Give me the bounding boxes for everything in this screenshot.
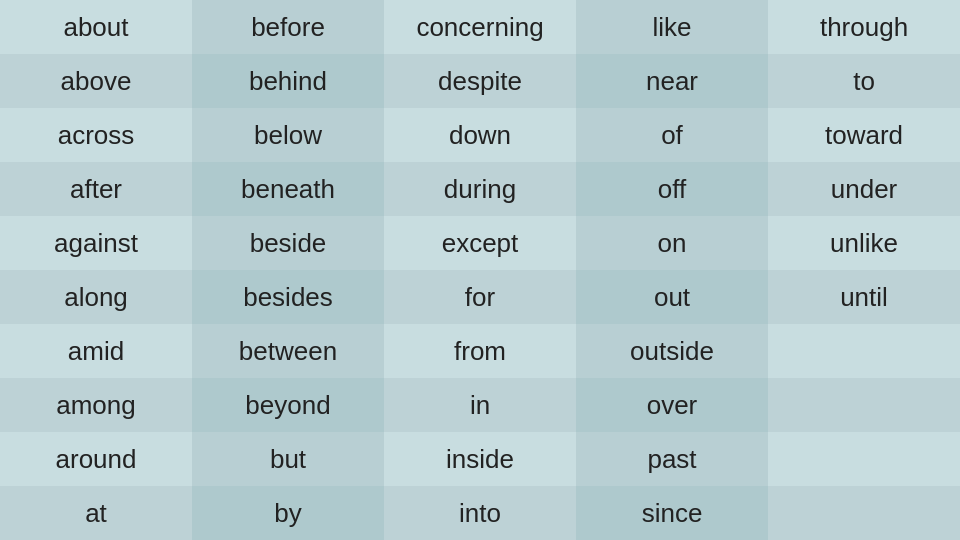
table-cell: out xyxy=(576,270,768,324)
prepositions-table: aboutbeforeconcerninglikethroughabovebeh… xyxy=(0,0,960,540)
table-cell: at xyxy=(0,486,192,540)
table-cell: during xyxy=(384,162,576,216)
table-cell: of xyxy=(576,108,768,162)
table-cell: from xyxy=(384,324,576,378)
table-cell: below xyxy=(192,108,384,162)
table-cell: about xyxy=(0,0,192,54)
table-cell: inside xyxy=(384,432,576,486)
table-cell: besides xyxy=(192,270,384,324)
table-cell: between xyxy=(192,324,384,378)
table-cell: along xyxy=(0,270,192,324)
table-cell: after xyxy=(0,162,192,216)
table-cell: like xyxy=(576,0,768,54)
table-cell: to xyxy=(768,54,960,108)
table-cell xyxy=(768,432,960,486)
table-cell: by xyxy=(192,486,384,540)
table-cell: toward xyxy=(768,108,960,162)
table-cell: despite xyxy=(384,54,576,108)
table-cell: before xyxy=(192,0,384,54)
table-cell: outside xyxy=(576,324,768,378)
table-cell: on xyxy=(576,216,768,270)
table-cell: behind xyxy=(192,54,384,108)
table-cell: since xyxy=(576,486,768,540)
table-cell: for xyxy=(384,270,576,324)
table-cell: near xyxy=(576,54,768,108)
table-cell: across xyxy=(0,108,192,162)
table-cell: against xyxy=(0,216,192,270)
table-cell: beneath xyxy=(192,162,384,216)
table-cell: but xyxy=(192,432,384,486)
table-cell: around xyxy=(0,432,192,486)
table-cell: down xyxy=(384,108,576,162)
table-cell: off xyxy=(576,162,768,216)
table-cell: unlike xyxy=(768,216,960,270)
table-cell: beside xyxy=(192,216,384,270)
table-cell: amid xyxy=(0,324,192,378)
table-cell: through xyxy=(768,0,960,54)
table-cell xyxy=(768,324,960,378)
table-cell: beyond xyxy=(192,378,384,432)
table-cell: in xyxy=(384,378,576,432)
table-cell: until xyxy=(768,270,960,324)
table-cell: over xyxy=(576,378,768,432)
table-cell xyxy=(768,486,960,540)
table-cell: except xyxy=(384,216,576,270)
table-cell: into xyxy=(384,486,576,540)
table-cell: past xyxy=(576,432,768,486)
table-cell: among xyxy=(0,378,192,432)
table-cell: above xyxy=(0,54,192,108)
prepositions-table-container: aboutbeforeconcerninglikethroughabovebeh… xyxy=(0,0,960,540)
table-cell xyxy=(768,378,960,432)
table-cell: concerning xyxy=(384,0,576,54)
table-cell: under xyxy=(768,162,960,216)
